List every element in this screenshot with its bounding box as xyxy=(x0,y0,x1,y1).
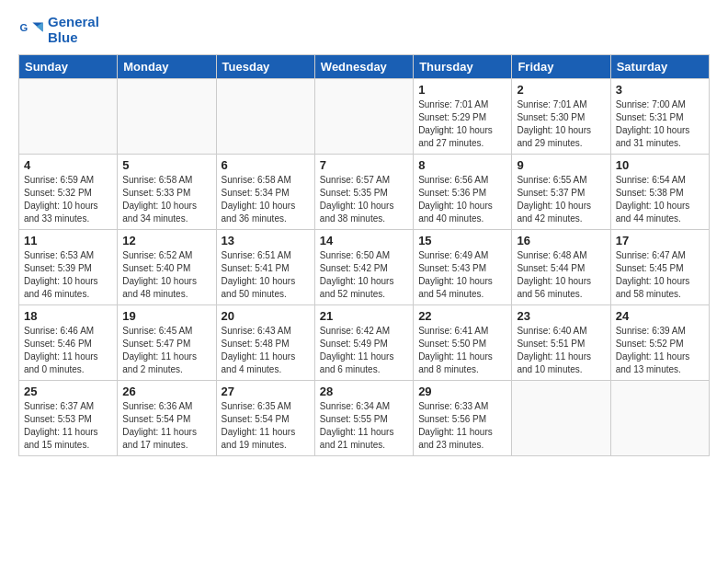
day-number: 14 xyxy=(320,234,408,247)
calendar-cell: 14Sunrise: 6:50 AMSunset: 5:42 PMDayligh… xyxy=(314,230,413,305)
day-info: Sunrise: 6:39 AMSunset: 5:52 PMDaylight:… xyxy=(616,325,704,376)
day-number: 10 xyxy=(616,158,704,172)
calendar-cell: 1Sunrise: 7:01 AMSunset: 5:29 PMDaylight… xyxy=(414,79,512,155)
calendar-header-monday: Monday xyxy=(118,55,216,79)
day-number: 24 xyxy=(616,309,704,323)
day-info: Sunrise: 6:35 AMSunset: 5:54 PMDaylight:… xyxy=(222,400,310,452)
calendar-cell: 13Sunrise: 6:51 AMSunset: 5:41 PMDayligh… xyxy=(216,230,314,305)
calendar-cell: 9Sunrise: 6:55 AMSunset: 5:37 PMDaylight… xyxy=(512,155,610,230)
calendar-cell: 28Sunrise: 6:34 AMSunset: 5:55 PMDayligh… xyxy=(314,381,413,456)
calendar-cell xyxy=(118,79,216,155)
calendar-header-sunday: Sunday xyxy=(19,55,118,79)
day-info: Sunrise: 6:54 AMSunset: 5:38 PMDaylight:… xyxy=(616,174,704,225)
calendar-cell: 29Sunrise: 6:33 AMSunset: 5:56 PMDayligh… xyxy=(414,381,512,456)
day-info: Sunrise: 6:34 AMSunset: 5:55 PMDaylight:… xyxy=(320,400,408,452)
day-number: 21 xyxy=(320,309,408,323)
logo-icon: G xyxy=(18,17,44,43)
day-number: 13 xyxy=(222,234,310,247)
calendar-header-saturday: Saturday xyxy=(610,55,709,79)
day-number: 7 xyxy=(320,158,408,172)
logo: G General Blue xyxy=(18,15,99,45)
calendar-cell: 3Sunrise: 7:00 AMSunset: 5:31 PMDaylight… xyxy=(610,79,709,155)
calendar-header-thursday: Thursday xyxy=(414,55,512,79)
calendar-cell: 16Sunrise: 6:48 AMSunset: 5:44 PMDayligh… xyxy=(512,230,610,305)
calendar-cell: 18Sunrise: 6:46 AMSunset: 5:46 PMDayligh… xyxy=(19,305,118,381)
day-info: Sunrise: 6:56 AMSunset: 5:36 PMDaylight:… xyxy=(418,174,506,225)
calendar-header-friday: Friday xyxy=(512,55,610,79)
day-number: 18 xyxy=(24,309,112,323)
day-number: 22 xyxy=(418,309,506,323)
day-number: 25 xyxy=(24,385,112,398)
header: G General Blue xyxy=(18,15,710,45)
day-info: Sunrise: 6:46 AMSunset: 5:46 PMDaylight:… xyxy=(24,325,112,376)
day-info: Sunrise: 6:51 AMSunset: 5:41 PMDaylight:… xyxy=(222,249,310,301)
calendar-cell: 12Sunrise: 6:52 AMSunset: 5:40 PMDayligh… xyxy=(118,230,216,305)
day-number: 3 xyxy=(616,83,704,97)
day-info: Sunrise: 6:52 AMSunset: 5:40 PMDaylight:… xyxy=(122,249,210,301)
calendar-week-5: 25Sunrise: 6:37 AMSunset: 5:53 PMDayligh… xyxy=(19,381,710,456)
day-number: 28 xyxy=(320,385,408,398)
calendar-cell: 2Sunrise: 7:01 AMSunset: 5:30 PMDaylight… xyxy=(512,79,610,155)
day-info: Sunrise: 6:48 AMSunset: 5:44 PMDaylight:… xyxy=(517,249,605,301)
calendar-header-wednesday: Wednesday xyxy=(314,55,413,79)
day-info: Sunrise: 6:58 AMSunset: 5:33 PMDaylight:… xyxy=(122,174,210,225)
day-number: 29 xyxy=(418,385,506,398)
calendar-cell: 24Sunrise: 6:39 AMSunset: 5:52 PMDayligh… xyxy=(610,305,709,381)
calendar-cell: 7Sunrise: 6:57 AMSunset: 5:35 PMDaylight… xyxy=(314,155,413,230)
day-number: 6 xyxy=(222,158,310,172)
day-info: Sunrise: 6:37 AMSunset: 5:53 PMDaylight:… xyxy=(24,400,112,452)
calendar-cell: 4Sunrise: 6:59 AMSunset: 5:32 PMDaylight… xyxy=(19,155,118,230)
day-info: Sunrise: 6:50 AMSunset: 5:42 PMDaylight:… xyxy=(320,249,408,301)
calendar-cell: 6Sunrise: 6:58 AMSunset: 5:34 PMDaylight… xyxy=(216,155,314,230)
day-number: 16 xyxy=(517,234,605,247)
day-number: 26 xyxy=(122,385,210,398)
page: G General Blue SundayMondayTuesdayWednes… xyxy=(0,0,728,465)
calendar-cell xyxy=(19,79,118,155)
calendar-cell: 26Sunrise: 6:36 AMSunset: 5:54 PMDayligh… xyxy=(118,381,216,456)
day-info: Sunrise: 6:57 AMSunset: 5:35 PMDaylight:… xyxy=(320,174,408,225)
day-number: 27 xyxy=(222,385,310,398)
day-info: Sunrise: 6:36 AMSunset: 5:54 PMDaylight:… xyxy=(122,400,210,452)
calendar-week-2: 4Sunrise: 6:59 AMSunset: 5:32 PMDaylight… xyxy=(19,155,710,230)
day-number: 15 xyxy=(418,234,506,247)
day-number: 17 xyxy=(616,234,704,247)
calendar-cell: 20Sunrise: 6:43 AMSunset: 5:48 PMDayligh… xyxy=(216,305,314,381)
svg-text:G: G xyxy=(19,22,28,33)
day-info: Sunrise: 6:40 AMSunset: 5:51 PMDaylight:… xyxy=(517,325,605,376)
calendar-cell: 21Sunrise: 6:42 AMSunset: 5:49 PMDayligh… xyxy=(314,305,413,381)
calendar-cell: 19Sunrise: 6:45 AMSunset: 5:47 PMDayligh… xyxy=(118,305,216,381)
day-number: 9 xyxy=(517,158,605,172)
day-number: 4 xyxy=(24,158,112,172)
calendar-header-tuesday: Tuesday xyxy=(216,55,314,79)
calendar-cell: 8Sunrise: 6:56 AMSunset: 5:36 PMDaylight… xyxy=(414,155,512,230)
calendar-cell xyxy=(610,381,709,456)
calendar-week-4: 18Sunrise: 6:46 AMSunset: 5:46 PMDayligh… xyxy=(19,305,710,381)
calendar-week-3: 11Sunrise: 6:53 AMSunset: 5:39 PMDayligh… xyxy=(19,230,710,305)
day-number: 1 xyxy=(418,83,506,97)
day-info: Sunrise: 6:43 AMSunset: 5:48 PMDaylight:… xyxy=(222,325,310,376)
day-info: Sunrise: 7:01 AMSunset: 5:29 PMDaylight:… xyxy=(418,98,506,150)
calendar-week-1: 1Sunrise: 7:01 AMSunset: 5:29 PMDaylight… xyxy=(19,79,710,155)
day-info: Sunrise: 6:42 AMSunset: 5:49 PMDaylight:… xyxy=(320,325,408,376)
day-info: Sunrise: 7:00 AMSunset: 5:31 PMDaylight:… xyxy=(616,98,704,150)
day-info: Sunrise: 6:33 AMSunset: 5:56 PMDaylight:… xyxy=(418,400,506,452)
day-info: Sunrise: 7:01 AMSunset: 5:30 PMDaylight:… xyxy=(517,98,605,150)
day-number: 8 xyxy=(418,158,506,172)
calendar-cell xyxy=(512,381,610,456)
calendar-cell: 23Sunrise: 6:40 AMSunset: 5:51 PMDayligh… xyxy=(512,305,610,381)
day-number: 12 xyxy=(122,234,210,247)
calendar-cell: 25Sunrise: 6:37 AMSunset: 5:53 PMDayligh… xyxy=(19,381,118,456)
calendar-cell: 22Sunrise: 6:41 AMSunset: 5:50 PMDayligh… xyxy=(414,305,512,381)
calendar-cell: 15Sunrise: 6:49 AMSunset: 5:43 PMDayligh… xyxy=(414,230,512,305)
day-number: 23 xyxy=(517,309,605,323)
day-info: Sunrise: 6:53 AMSunset: 5:39 PMDaylight:… xyxy=(24,249,112,301)
day-info: Sunrise: 6:49 AMSunset: 5:43 PMDaylight:… xyxy=(418,249,506,301)
day-info: Sunrise: 6:58 AMSunset: 5:34 PMDaylight:… xyxy=(222,174,310,225)
day-info: Sunrise: 6:47 AMSunset: 5:45 PMDaylight:… xyxy=(616,249,704,301)
day-number: 19 xyxy=(122,309,210,323)
day-info: Sunrise: 6:55 AMSunset: 5:37 PMDaylight:… xyxy=(517,174,605,225)
day-number: 11 xyxy=(24,234,112,247)
calendar-cell: 27Sunrise: 6:35 AMSunset: 5:54 PMDayligh… xyxy=(216,381,314,456)
day-info: Sunrise: 6:59 AMSunset: 5:32 PMDaylight:… xyxy=(24,174,112,225)
day-number: 20 xyxy=(222,309,310,323)
